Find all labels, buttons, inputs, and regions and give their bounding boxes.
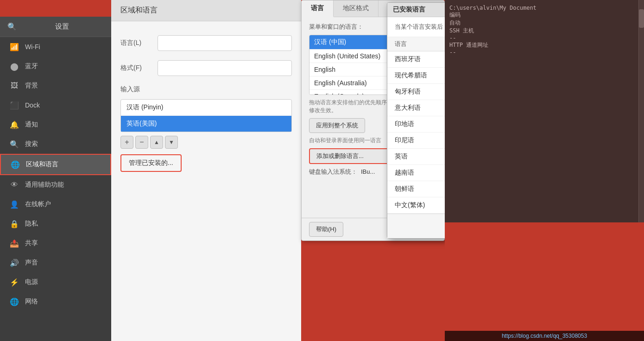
- terminal-line-4: SSH 主机: [449, 27, 639, 35]
- input-sources-title: 输入源: [120, 85, 292, 94]
- dock-icon: ⬛: [9, 100, 19, 110]
- main-body: 语言(L) 格式(F) 输入源 汉语 (Pinyin) 英语(美国) + − ▲…: [111, 21, 301, 186]
- scrollbar-thumb[interactable]: [639, 9, 644, 28]
- accessibility-icon: 👁: [9, 180, 19, 190]
- help-button[interactable]: 帮助(H): [309, 222, 343, 237]
- terminal-line-2: 自动: [449, 19, 639, 27]
- sidebar-item-label: Dock: [25, 101, 40, 109]
- terminal-line-5: --: [449, 35, 639, 41]
- terminal-scrollbar[interactable]: [638, 0, 644, 222]
- input-sources-section: 输入源 汉语 (Pinyin) 英语(美国) + − ▲ ▼ 管理已安装的...: [120, 85, 292, 172]
- sound-icon: 🔊: [9, 258, 19, 268]
- format-field-row: 格式(F): [120, 60, 292, 76]
- sidebar-item-label: 通用辅助功能: [25, 181, 64, 189]
- sharing-icon: 📤: [9, 238, 19, 248]
- sidebar-item-sound[interactable]: 🔊 声音: [0, 253, 111, 272]
- notify-icon: 🔔: [9, 120, 19, 130]
- power-icon: ⚡: [9, 277, 19, 287]
- blog-bar: https://blog.csdn.net/qq_35308053: [445, 331, 644, 341]
- sidebar-item-online[interactable]: 👤 在线帐户: [0, 195, 111, 214]
- terminal-area: C:\users\alvin\My Document 编码 自动 SSH 主机 …: [445, 0, 644, 222]
- sidebar-item-power[interactable]: ⚡ 电源: [0, 272, 111, 292]
- main-content: 区域和语言 语言(L) 格式(F) 输入源 汉语 (Pinyin) 英语(美国)…: [111, 0, 301, 341]
- sidebar-item-label: 电源: [25, 278, 38, 286]
- down-input-button[interactable]: ▼: [165, 136, 178, 149]
- add-input-button[interactable]: +: [120, 136, 133, 149]
- sidebar-item-label: 搜索: [25, 140, 38, 148]
- terminal-line-6: HTTP 通道网址: [449, 41, 639, 49]
- input-source-item-1[interactable]: 英语(美国): [121, 116, 291, 132]
- sidebar-item-label: 背景: [25, 82, 38, 90]
- sidebar-item-dock[interactable]: ⬛ Dock: [0, 95, 111, 115]
- sidebar-item-label: Wi-Fi: [25, 43, 40, 51]
- tab-region[interactable]: 地区格式: [334, 0, 379, 17]
- input-source-item-0[interactable]: 汉语 (Pinyin): [121, 100, 291, 116]
- sidebar-item-network[interactable]: 🌐 网络: [0, 292, 111, 311]
- format-label: 格式(F): [120, 64, 158, 72]
- sidebar-item-label: 隐私: [25, 220, 38, 228]
- network-icon: 🌐: [9, 297, 19, 307]
- sidebar-item-wifi[interactable]: 📶 Wi-Fi: [0, 37, 111, 57]
- sidebar-item-sharing[interactable]: 📤 共享: [0, 234, 111, 253]
- sidebar-title: 设置: [20, 22, 104, 31]
- terminal-line-1: 编码: [449, 11, 639, 19]
- bluetooth-icon: ⬤: [9, 61, 19, 71]
- sidebar-item-label: 在线帐户: [25, 200, 51, 208]
- search-icon: 🔍: [7, 22, 17, 31]
- sidebar-item-accessibility[interactable]: 👁 通用辅助功能: [0, 175, 111, 195]
- sidebar-item-label: 声音: [25, 259, 38, 267]
- search-settings-icon: 🔍: [9, 139, 19, 149]
- bg-area: C:\users\alvin\My Document 编码 自动 SSH 主机 …: [445, 0, 644, 341]
- sidebar-item-label: 通知: [25, 120, 38, 129]
- sidebar-items: 📶 Wi-Fi ⬤ 蓝牙 🖼 背景 ⬛ Dock 🔔 通知 🔍 搜索 🌐 区域和…: [0, 37, 111, 341]
- region-icon: 🌐: [10, 159, 20, 170]
- privacy-icon: 🔒: [9, 219, 19, 229]
- main-header: 区域和语言: [111, 0, 301, 21]
- sidebar-item-privacy[interactable]: 🔒 隐私: [0, 214, 111, 234]
- apply-system-button[interactable]: 应用到整个系统: [309, 118, 365, 133]
- sidebar-item-bluetooth[interactable]: ⬤ 蓝牙: [0, 57, 111, 76]
- remove-input-button[interactable]: −: [135, 136, 148, 149]
- sidebar-item-notify[interactable]: 🔔 通知: [0, 115, 111, 134]
- format-value[interactable]: [158, 60, 292, 76]
- input-sources-list: 汉语 (Pinyin) 英语(美国): [120, 99, 292, 132]
- sidebar: 🔍 设置 📶 Wi-Fi ⬤ 蓝牙 🖼 背景 ⬛ Dock 🔔 通知 🔍 搜索: [0, 0, 111, 341]
- background-icon: 🖼: [9, 81, 19, 91]
- terminal-line-7: --: [449, 49, 639, 56]
- wifi-icon: 📶: [9, 42, 19, 52]
- keyboard-label: 键盘输入法系统：: [309, 168, 357, 176]
- language-field-row: 语言(L): [120, 35, 292, 51]
- terminal-line-0: C:\users\alvin\My Document: [449, 5, 639, 11]
- sidebar-item-background[interactable]: 🖼 背景: [0, 76, 111, 95]
- sidebar-item-label: 区域和语言: [26, 160, 58, 169]
- language-label: 语言(L): [120, 39, 158, 47]
- tab-language[interactable]: 语言: [302, 0, 334, 17]
- online-icon: 👤: [9, 199, 19, 209]
- sidebar-item-region[interactable]: 🌐 区域和语言: [0, 154, 111, 175]
- up-input-button[interactable]: ▲: [150, 136, 163, 149]
- language-value[interactable]: [158, 35, 292, 51]
- sidebar-item-label: 网络: [25, 297, 38, 306]
- sidebar-item-label: 共享: [25, 239, 38, 247]
- sidebar-item-label: 蓝牙: [25, 62, 38, 70]
- input-controls: + − ▲ ▼: [120, 136, 292, 149]
- sidebar-item-search[interactable]: 🔍 搜索: [0, 134, 111, 154]
- sidebar-search-bar[interactable]: 🔍 设置: [0, 17, 111, 37]
- keyboard-value: IBu...: [361, 168, 375, 175]
- dialog-title: 已安装语言: [393, 6, 425, 14]
- manage-installed-button[interactable]: 管理已安装的...: [120, 154, 182, 172]
